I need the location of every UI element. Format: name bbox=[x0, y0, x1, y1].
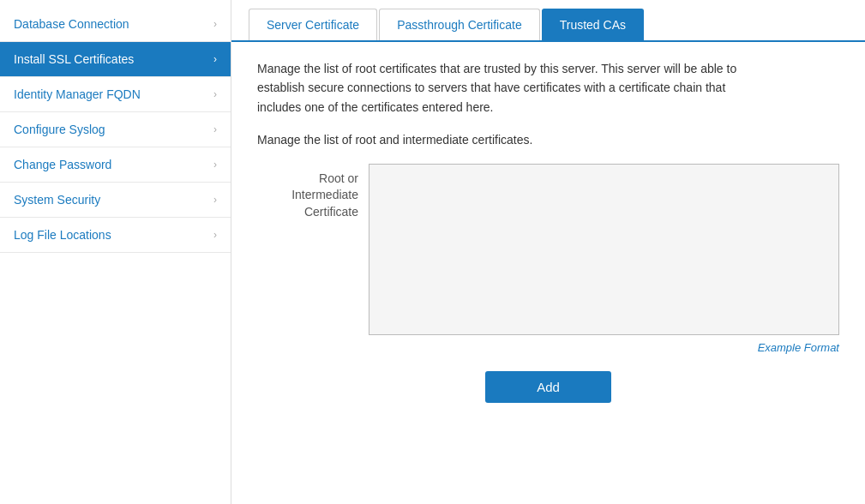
chevron-right-icon: › bbox=[213, 53, 217, 65]
sidebar-item-label: Install SSL Certificates bbox=[14, 52, 134, 66]
tab-trusted-cas[interactable]: Trusted CAs bbox=[542, 9, 644, 40]
sidebar: Database Connection › Install SSL Certif… bbox=[0, 0, 231, 504]
sidebar-item-label: Change Password bbox=[14, 158, 111, 171]
sidebar-item-label: Configure Syslog bbox=[14, 123, 105, 136]
sidebar-item-database-connection[interactable]: Database Connection › bbox=[0, 7, 231, 42]
certificate-form-row: Root or Intermediate Certificate Example… bbox=[257, 164, 839, 354]
tab-server-certificate[interactable]: Server Certificate bbox=[249, 9, 377, 40]
chevron-right-icon: › bbox=[213, 88, 217, 100]
sidebar-item-label: Database Connection bbox=[14, 17, 129, 31]
certificate-label: Root or Intermediate Certificate bbox=[257, 164, 369, 221]
add-button[interactable]: Add bbox=[485, 371, 611, 403]
certificate-textarea[interactable] bbox=[369, 164, 839, 335]
chevron-right-icon: › bbox=[213, 159, 217, 171]
tab-bar: Server Certificate Passthrough Certifica… bbox=[231, 9, 865, 42]
certificate-field: Example Format bbox=[369, 164, 839, 354]
main-content: Server Certificate Passthrough Certifica… bbox=[231, 0, 865, 504]
description-text-2: Manage the list of root and intermediate… bbox=[257, 130, 754, 149]
sidebar-item-system-security[interactable]: System Security › bbox=[0, 183, 231, 218]
description-text-1: Manage the list of root certificates tha… bbox=[257, 59, 754, 117]
sidebar-item-install-ssl-certificates[interactable]: Install SSL Certificates › bbox=[0, 42, 231, 77]
chevron-right-icon: › bbox=[213, 229, 217, 241]
add-button-row: Add bbox=[257, 354, 839, 411]
example-format-link[interactable]: Example Format bbox=[369, 341, 839, 354]
chevron-right-icon: › bbox=[213, 194, 217, 206]
sidebar-item-log-file-locations[interactable]: Log File Locations › bbox=[0, 218, 231, 253]
sidebar-item-change-password[interactable]: Change Password › bbox=[0, 147, 231, 183]
sidebar-item-label: Log File Locations bbox=[14, 228, 111, 242]
sidebar-item-label: Identity Manager FQDN bbox=[14, 87, 141, 101]
chevron-right-icon: › bbox=[213, 18, 217, 30]
chevron-right-icon: › bbox=[213, 123, 217, 135]
sidebar-item-identity-manager-fqdn[interactable]: Identity Manager FQDN › bbox=[0, 77, 231, 112]
tab-passthrough-certificate[interactable]: Passthrough Certificate bbox=[379, 9, 540, 40]
content-area: Manage the list of root certificates tha… bbox=[231, 42, 865, 504]
sidebar-item-label: System Security bbox=[14, 193, 100, 207]
sidebar-item-configure-syslog[interactable]: Configure Syslog › bbox=[0, 112, 231, 147]
